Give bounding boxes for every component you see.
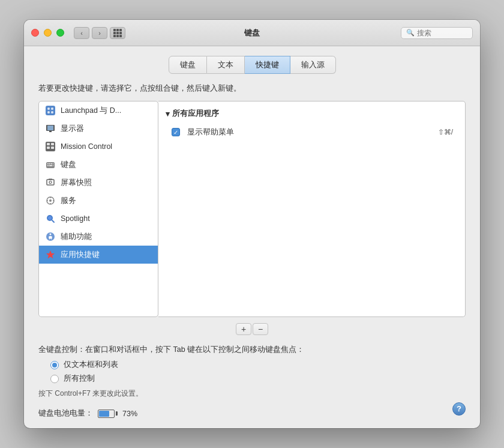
hint-text: 按下 Control+F7 来更改此设置。 xyxy=(38,389,466,399)
battery-fill xyxy=(99,411,109,417)
window-title: 键盘 xyxy=(244,28,260,38)
services-icon xyxy=(45,195,56,206)
checkbox-area[interactable]: ✓ xyxy=(170,127,181,138)
mission-label: Mission Control xyxy=(61,142,112,151)
add-button[interactable]: + xyxy=(236,323,251,335)
right-panel-title: 所有应用程序 xyxy=(172,109,219,119)
bottom-title: 全键盘控制：在窗口和对话框中，按下 Tab 键在以下控制之间移动键盘焦点： xyxy=(38,345,466,355)
forward-button[interactable]: › xyxy=(92,27,107,39)
search-input[interactable] xyxy=(417,29,465,37)
sidebar-item-services[interactable]: 服务 xyxy=(39,192,158,210)
main-window: ‹ › 键盘 🔍 键盘 文本 快捷键 输入源 若要更改快捷键，请选择它，点按组合… xyxy=(24,20,480,428)
battery-label: 键盘电池电量： xyxy=(38,408,93,419)
sidebar-item-display[interactable]: 显示器 xyxy=(39,120,158,138)
checkbox-checked-icon: ✓ xyxy=(172,128,180,136)
sidebar-item-spotlight[interactable]: Spotlight xyxy=(39,210,158,228)
svg-rect-11 xyxy=(47,147,50,149)
bottom-section: 全键盘控制：在窗口和对话框中，按下 Tab 键在以下控制之间移动键盘焦点： 仅文… xyxy=(38,345,466,419)
svg-rect-16 xyxy=(51,163,52,165)
content-area: 键盘 文本 快捷键 输入源 若要更改快捷键，请选择它，点按组合键，然后键入新键。 xyxy=(24,46,480,428)
svg-point-1 xyxy=(47,107,50,110)
search-icon: 🔍 xyxy=(406,29,415,37)
sidebar-item-accessibility[interactable]: 辅助功能 xyxy=(39,228,158,246)
appshortcut-label: 应用快捷键 xyxy=(61,250,100,260)
svg-point-2 xyxy=(51,107,53,110)
svg-rect-20 xyxy=(53,165,53,166)
battery-row: 键盘电池电量： 73% xyxy=(38,408,137,419)
grid-button[interactable] xyxy=(110,27,125,39)
radio-selected-icon xyxy=(50,361,59,369)
shortcut-row: ✓ 显示帮助菜单 ⇧⌘/ xyxy=(166,124,458,141)
launchpad-label: Launchpad 与 D... xyxy=(61,106,121,116)
svg-rect-12 xyxy=(51,147,54,149)
mission-icon xyxy=(45,141,56,152)
sidebar-item-launchpad[interactable]: Launchpad 与 D... xyxy=(39,101,158,120)
svg-rect-15 xyxy=(49,163,50,165)
close-button[interactable] xyxy=(31,29,39,37)
launchpad-icon xyxy=(45,105,56,116)
svg-rect-0 xyxy=(46,106,55,115)
buttons-row: + − xyxy=(38,323,466,335)
sidebar-item-keyboard[interactable]: 键盘 xyxy=(39,156,158,174)
battery-body xyxy=(98,410,115,418)
svg-point-34 xyxy=(50,234,52,235)
back-button[interactable]: ‹ xyxy=(74,27,89,39)
help-button[interactable]: ? xyxy=(452,402,466,416)
services-label: 服务 xyxy=(61,196,76,206)
svg-rect-21 xyxy=(47,180,54,185)
sidebar-item-mission[interactable]: Mission Control xyxy=(39,138,158,156)
svg-line-32 xyxy=(52,220,54,222)
radio-text-only-label: 仅文本框和列表 xyxy=(64,360,118,370)
display-label: 显示器 xyxy=(61,124,84,134)
accessibility-label: 辅助功能 xyxy=(61,232,92,242)
radio-all-controls[interactable]: 所有控制 xyxy=(50,374,466,384)
shortcut-label: 显示帮助菜单 xyxy=(187,127,432,138)
nav-buttons: ‹ › xyxy=(74,27,107,39)
svg-point-4 xyxy=(51,111,53,114)
svg-point-25 xyxy=(49,199,52,202)
shortcut-key: ⇧⌘/ xyxy=(438,128,453,136)
right-panel-header: ▾ 所有应用程序 xyxy=(166,109,458,119)
display-icon xyxy=(45,123,56,134)
bottom-row: 键盘电池电量： 73% ? xyxy=(38,399,466,419)
sidebar-item-screenshot[interactable]: 屏幕快照 xyxy=(39,174,158,192)
tab-shortcuts[interactable]: 快捷键 xyxy=(245,56,290,74)
svg-point-3 xyxy=(47,111,50,114)
maximize-button[interactable] xyxy=(56,29,64,37)
svg-rect-10 xyxy=(51,143,54,145)
tab-keyboard[interactable]: 键盘 xyxy=(169,56,207,74)
right-panel: ▾ 所有应用程序 ✓ 显示帮助菜单 ⇧⌘/ xyxy=(158,101,466,317)
minimize-button[interactable] xyxy=(44,29,52,37)
spotlight-icon xyxy=(45,213,56,224)
svg-rect-23 xyxy=(49,179,52,180)
main-area: Launchpad 与 D... 显示器 xyxy=(38,101,466,317)
remove-button[interactable]: − xyxy=(253,323,268,335)
radio-all-controls-label: 所有控制 xyxy=(64,374,95,384)
appshortcut-icon xyxy=(45,249,56,260)
svg-point-31 xyxy=(48,216,52,220)
svg-rect-19 xyxy=(49,165,52,166)
grid-icon xyxy=(113,29,122,37)
battery-percentage: 73% xyxy=(122,410,137,418)
accessibility-icon xyxy=(45,231,56,242)
svg-rect-9 xyxy=(47,143,50,145)
tab-text[interactable]: 文本 xyxy=(207,56,245,74)
keyboard-icon xyxy=(45,159,56,170)
svg-rect-7 xyxy=(49,131,52,132)
keyboard-label: 键盘 xyxy=(61,160,76,170)
triangle-icon: ▾ xyxy=(166,109,170,118)
search-box[interactable]: 🔍 xyxy=(401,27,473,39)
instruction-text: 若要更改快捷键，请选择它，点按组合键，然后键入新键。 xyxy=(38,83,466,94)
sidebar-item-appshortcut[interactable]: 应用快捷键 xyxy=(39,246,158,264)
radio-text-only[interactable]: 仅文本框和列表 xyxy=(50,360,466,370)
svg-rect-17 xyxy=(53,163,53,165)
tabs-bar: 键盘 文本 快捷键 输入源 xyxy=(38,56,466,74)
spotlight-label: Spotlight xyxy=(61,214,90,223)
radio-unselected-icon xyxy=(50,375,59,383)
svg-rect-14 xyxy=(47,163,49,165)
traffic-lights xyxy=(31,29,64,37)
tab-input[interactable]: 输入源 xyxy=(290,56,336,74)
battery-icon xyxy=(98,410,118,418)
svg-rect-6 xyxy=(47,126,53,130)
screenshot-icon xyxy=(45,177,56,188)
